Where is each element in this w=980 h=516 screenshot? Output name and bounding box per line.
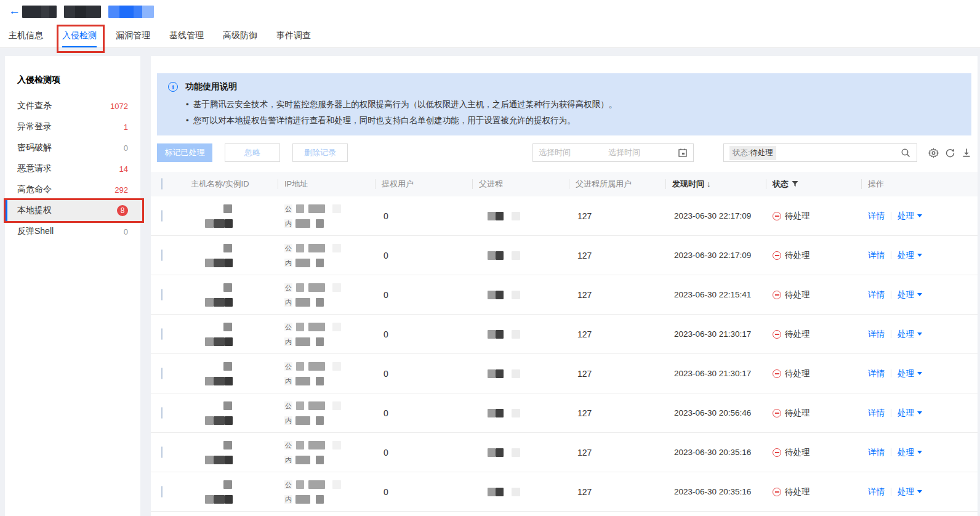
handle-link[interactable]: 处理 bbox=[898, 289, 914, 300]
redacted-public-ip bbox=[296, 480, 304, 489]
redacted-parent-proc bbox=[488, 409, 496, 417]
detail-link[interactable]: 详情 bbox=[868, 408, 885, 419]
table-header: 主机名称/实例ID IP地址 提权用户 父进程 父进程所属用户 发现时间 状态 … bbox=[151, 172, 978, 196]
mark-processed-button[interactable]: 标记已处理 bbox=[157, 143, 212, 162]
settings-gear-icon[interactable] bbox=[928, 148, 939, 158]
host-cell bbox=[191, 401, 284, 425]
parent-proc-cell bbox=[479, 448, 576, 457]
tab-bar: 主机信息 入侵检测 漏洞管理 基线管理 高级防御 事件调查 bbox=[0, 23, 980, 48]
detail-link[interactable]: 详情 bbox=[868, 211, 885, 222]
sidebar-item[interactable]: 文件查杀 1072 bbox=[5, 95, 140, 116]
parent-proc-cell bbox=[479, 291, 576, 299]
redacted-copy-icon bbox=[512, 291, 520, 299]
delete-record-button[interactable]: 删除记录 bbox=[292, 143, 348, 162]
redacted-instance-id bbox=[205, 456, 284, 464]
action-cell: 详情 处理 bbox=[868, 211, 978, 222]
status-label: 待处理 bbox=[785, 368, 810, 379]
row-checkbox[interactable] bbox=[161, 328, 163, 340]
parent-proc-cell bbox=[479, 251, 576, 260]
detail-link[interactable]: 详情 bbox=[868, 447, 885, 458]
pending-status-icon bbox=[773, 409, 781, 417]
action-cell: 详情 处理 bbox=[868, 289, 978, 300]
handle-link[interactable]: 处理 bbox=[898, 368, 914, 379]
redacted-private-ip bbox=[316, 456, 324, 464]
chevron-down-icon[interactable] bbox=[917, 490, 922, 493]
handle-link[interactable]: 处理 bbox=[898, 408, 914, 419]
calendar-icon[interactable] bbox=[678, 148, 688, 158]
sidebar-item[interactable]: 反弹Shell 0 bbox=[5, 221, 140, 242]
found-time-cell: 2023-06-30 20:35:16 bbox=[672, 487, 773, 496]
action-cell: 详情 处理 bbox=[868, 486, 978, 498]
sidebar-item[interactable]: 本地提权 8 bbox=[5, 200, 140, 221]
banner-bullet: 您可以对本地提权告警详情进行查看和处理，同时也支持白名单创建功能，用于设置被允许… bbox=[186, 113, 959, 129]
redacted-parent-proc bbox=[488, 448, 496, 457]
row-checkbox[interactable] bbox=[161, 446, 163, 458]
tab[interactable]: 事件调查 bbox=[276, 23, 311, 47]
public-ip-tag: 公 bbox=[284, 401, 292, 410]
sidebar-item[interactable]: 恶意请求 14 bbox=[5, 158, 140, 179]
chevron-down-icon[interactable] bbox=[917, 293, 922, 296]
status-cell: 待处理 bbox=[773, 289, 868, 300]
handle-link[interactable]: 处理 bbox=[898, 486, 914, 498]
redacted-private-ip bbox=[295, 337, 310, 346]
tab[interactable]: 漏洞管理 bbox=[116, 23, 150, 47]
redacted-public-ip bbox=[296, 204, 304, 213]
tab[interactable]: 主机信息 bbox=[9, 23, 43, 47]
sidebar-item[interactable]: 异常登录 1 bbox=[5, 116, 140, 137]
col-status[interactable]: 状态 bbox=[773, 179, 868, 190]
redacted-public-ip bbox=[308, 480, 325, 489]
detail-link[interactable]: 详情 bbox=[868, 486, 885, 498]
ignore-button[interactable]: 忽略 bbox=[225, 143, 280, 162]
tab[interactable]: 高级防御 bbox=[223, 23, 257, 47]
download-icon[interactable] bbox=[962, 148, 971, 158]
redacted-public-ip bbox=[296, 401, 304, 410]
search-icon[interactable] bbox=[901, 148, 911, 158]
refresh-icon[interactable] bbox=[945, 148, 955, 158]
chevron-down-icon[interactable] bbox=[917, 333, 922, 336]
detail-link[interactable]: 详情 bbox=[868, 289, 885, 300]
search-filter-input[interactable]: 状态: 待处理 bbox=[723, 143, 917, 162]
redacted-instance-id bbox=[205, 495, 284, 504]
pending-status-icon bbox=[773, 330, 781, 339]
action-cell: 详情 处理 bbox=[868, 250, 978, 261]
detail-link[interactable]: 详情 bbox=[868, 250, 885, 261]
row-checkbox[interactable] bbox=[161, 289, 163, 300]
chevron-down-icon[interactable] bbox=[917, 254, 922, 257]
redacted-copy-icon bbox=[332, 283, 341, 292]
chevron-down-icon[interactable] bbox=[917, 372, 922, 375]
back-icon[interactable] bbox=[9, 4, 20, 18]
select-all-checkbox[interactable] bbox=[161, 178, 163, 190]
tab[interactable]: 入侵检测 bbox=[62, 23, 97, 47]
row-checkbox[interactable] bbox=[161, 249, 163, 261]
public-ip-tag: 公 bbox=[284, 244, 292, 252]
detail-link[interactable]: 详情 bbox=[868, 368, 885, 379]
status-cell: 待处理 bbox=[773, 408, 868, 419]
date-end-input[interactable]: 选择时间 bbox=[608, 147, 678, 158]
date-range-picker[interactable]: 选择时间 选择时间 bbox=[532, 143, 694, 162]
handle-link[interactable]: 处理 bbox=[898, 211, 914, 222]
handle-link[interactable]: 处理 bbox=[898, 447, 914, 458]
col-found-time[interactable]: 发现时间 bbox=[672, 179, 773, 190]
sidebar-item[interactable]: 高危命令 292 bbox=[5, 179, 140, 200]
tab-label: 事件调查 bbox=[276, 30, 311, 40]
private-ip-tag: 内 bbox=[284, 337, 292, 346]
date-start-input[interactable]: 选择时间 bbox=[539, 147, 608, 158]
redacted-private-ip bbox=[316, 377, 324, 385]
priv-user-cell: 0 bbox=[382, 408, 479, 418]
tab[interactable]: 基线管理 bbox=[169, 23, 204, 47]
row-checkbox[interactable] bbox=[161, 368, 163, 379]
sidebar-item-count: 1 bbox=[124, 123, 128, 132]
row-checkbox[interactable] bbox=[161, 486, 163, 498]
status-filter-tag[interactable]: 状态: 待处理 bbox=[729, 146, 776, 160]
sidebar-item[interactable]: 密码破解 0 bbox=[5, 137, 140, 158]
detail-link[interactable]: 详情 bbox=[868, 329, 885, 340]
handle-link[interactable]: 处理 bbox=[898, 329, 914, 340]
chevron-down-icon[interactable] bbox=[917, 411, 922, 414]
row-checkbox[interactable] bbox=[161, 210, 163, 222]
redacted-copy-icon bbox=[332, 244, 341, 252]
redacted-instance-id bbox=[205, 259, 284, 267]
chevron-down-icon[interactable] bbox=[917, 451, 922, 454]
row-checkbox[interactable] bbox=[161, 407, 163, 419]
handle-link[interactable]: 处理 bbox=[898, 250, 914, 261]
chevron-down-icon[interactable] bbox=[917, 214, 922, 217]
